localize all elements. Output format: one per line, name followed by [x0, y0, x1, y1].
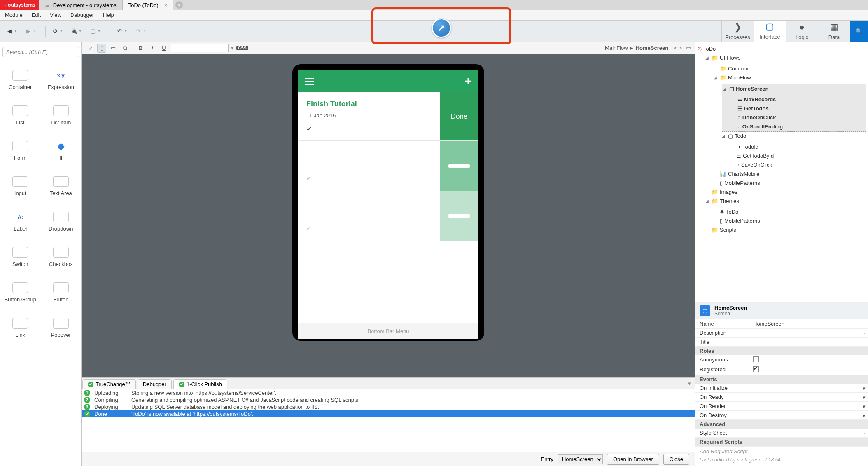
- debugger-tab[interactable]: Debugger: [138, 379, 172, 389]
- style-class-input[interactable]: [171, 44, 229, 52]
- redo-button[interactable]: ↷: [134, 27, 143, 36]
- breadcrumb-root[interactable]: MainFlow: [605, 45, 628, 51]
- tree-node[interactable]: 📁Common: [714, 64, 866, 73]
- plug-icon[interactable]: 🔌: [70, 27, 79, 36]
- tool-popover[interactable]: Popover: [41, 310, 82, 345]
- settings-icon[interactable]: ⚙: [51, 27, 60, 36]
- menu-debugger[interactable]: Debugger: [70, 12, 94, 18]
- tool-text-area[interactable]: Text Area: [41, 168, 82, 204]
- log-row[interactable]: 3DeployingUpdating SQL Server database m…: [82, 403, 695, 410]
- add-icon[interactable]: +: [464, 74, 472, 88]
- tool-form[interactable]: Form: [0, 133, 41, 168]
- tool-button[interactable]: Button: [41, 275, 82, 310]
- tool-list[interactable]: List: [0, 98, 41, 133]
- new-tab-button[interactable]: ▾: [173, 0, 185, 10]
- processes-tab[interactable]: ❯Processes: [721, 21, 754, 42]
- tree-node[interactable]: ▯MobilePatterns: [714, 217, 866, 226]
- prop-value[interactable]: [749, 355, 868, 365]
- align-center-button[interactable]: ≡: [267, 44, 276, 53]
- env-tab[interactable]: Development - outsystems: [39, 0, 123, 10]
- data-tab[interactable]: ▦Data: [818, 21, 850, 42]
- tree-node[interactable]: ▯MobilePatterns: [714, 179, 866, 188]
- logic-tab[interactable]: ●Logic: [786, 21, 818, 42]
- breadcrumb-leaf[interactable]: HomeScreen: [636, 45, 668, 51]
- prop-value[interactable]: ▾: [749, 411, 868, 420]
- log-row[interactable]: 1UploadingStoring a new version into 'ht…: [82, 389, 695, 396]
- menu-help[interactable]: Help: [103, 12, 114, 18]
- italic-button[interactable]: I: [148, 44, 157, 53]
- tree-node[interactable]: ◢📁MainFlow◢▢HomeScreen▭MaxRecords☰GetTod…: [714, 73, 866, 170]
- tool-switch[interactable]: Switch: [0, 239, 41, 275]
- tool-input[interactable]: Input: [0, 168, 41, 204]
- prop-value[interactable]: [749, 365, 868, 375]
- tree-node[interactable]: ◢📁Themes✺ToDo▯MobilePatterns: [705, 197, 866, 226]
- add-required-script[interactable]: Add Required Script: [695, 446, 868, 456]
- nav-back-button[interactable]: ◀: [5, 27, 14, 36]
- tree-node[interactable]: ✺ToDo: [714, 207, 866, 217]
- undo-button[interactable]: ↶: [115, 27, 124, 36]
- toolbox-search-input[interactable]: [2, 47, 79, 57]
- device-desktop-button[interactable]: ⧉: [120, 44, 129, 53]
- code-toggle-button[interactable]: < >: [674, 45, 682, 51]
- element-tree[interactable]: ◎ToDo◢📁UI Flows📁Common◢📁MainFlow◢▢HomeSc…: [695, 42, 868, 302]
- tool-button-group[interactable]: Button Group: [0, 275, 41, 310]
- tool-dropdown[interactable]: Dropdown: [41, 204, 82, 239]
- tree-node[interactable]: ☰GetTodoById: [730, 151, 866, 161]
- done-action[interactable]: Done: [440, 92, 478, 140]
- entry-select[interactable]: HomeScreen: [558, 454, 603, 464]
- one-click-publish-button[interactable]: [432, 18, 451, 38]
- tree-node[interactable]: ◢📁UI Flows📁Common◢📁MainFlow◢▢HomeScreen▭…: [705, 54, 866, 188]
- menu-module[interactable]: Module: [5, 12, 23, 18]
- bold-button[interactable]: B: [136, 44, 145, 53]
- tree-node[interactable]: 📁Images: [705, 188, 866, 197]
- prop-value[interactable]: …: [749, 329, 868, 338]
- tree-node[interactable]: ◢▢Todo➜TodoId☰GetTodoById○SaveOnClick: [722, 132, 866, 170]
- prop-value[interactable]: [749, 338, 868, 347]
- log-row[interactable]: 2CompilingGenerating and compiling optim…: [82, 396, 695, 403]
- device-tablet-button[interactable]: ▭: [109, 44, 118, 53]
- prop-value[interactable]: HomeScreen: [749, 319, 868, 329]
- close-button[interactable]: Close: [663, 454, 689, 465]
- device-phone-button[interactable]: ▯: [97, 44, 106, 53]
- menu-view[interactable]: View: [50, 12, 61, 18]
- tree-node[interactable]: ◢▢HomeScreen▭MaxRecords☰GetTodos○DoneOnC…: [722, 84, 866, 132]
- tree-node[interactable]: 📁Scripts: [705, 226, 866, 235]
- open-in-browser-button[interactable]: Open in Browser: [607, 454, 659, 465]
- tree-node[interactable]: ☰GetTodos: [731, 104, 865, 113]
- wand-icon[interactable]: ⤢: [86, 44, 95, 53]
- tool-label[interactable]: A:Label: [0, 204, 41, 239]
- underline-button[interactable]: U: [159, 44, 168, 53]
- menu-edit[interactable]: Edit: [32, 12, 41, 18]
- nav-forward-button[interactable]: ▶: [24, 27, 33, 36]
- tool-link[interactable]: Link: [0, 310, 41, 345]
- hamburger-icon[interactable]: [305, 78, 314, 85]
- log-row[interactable]: ✔Done'ToDo' is now available at 'https:/…: [82, 410, 695, 417]
- prop-value[interactable]: ▾: [749, 393, 868, 402]
- css-button[interactable]: CSS: [236, 46, 248, 50]
- tool-if[interactable]: ◆If: [41, 133, 82, 168]
- one-click-publish-tab[interactable]: ✔1-Click Publish: [173, 379, 227, 389]
- tool-container[interactable]: Container: [0, 62, 41, 98]
- prop-value[interactable]: …: [749, 429, 868, 438]
- panel-collapse-button[interactable]: ▾: [684, 380, 695, 387]
- tree-node[interactable]: ▭MaxRecords: [731, 95, 865, 104]
- widget-tree-toggle[interactable]: ▭: [686, 45, 691, 51]
- tool-list-item[interactable]: List Item: [41, 98, 82, 133]
- module-icon[interactable]: ⬚: [89, 27, 98, 36]
- align-right-button[interactable]: ≡: [278, 44, 287, 53]
- tree-node[interactable]: 📊ChartsMobile: [714, 170, 866, 179]
- global-search-button[interactable]: 🔍: [850, 21, 868, 42]
- tree-node[interactable]: ○DoneOnClick: [731, 113, 865, 122]
- tree-node[interactable]: ➜TodoId: [730, 142, 866, 151]
- module-tab[interactable]: ToDo (ToDo)×: [123, 0, 174, 10]
- interface-tab[interactable]: ▢Interface: [754, 21, 786, 42]
- prop-value[interactable]: ▾: [749, 402, 868, 411]
- align-left-button[interactable]: ≡: [255, 44, 264, 53]
- tab-close-icon[interactable]: ×: [164, 2, 168, 8]
- design-canvas[interactable]: + Finish Tutorial 11 Jan 2016 ✔ Done: [82, 54, 695, 377]
- tree-node[interactable]: ○SaveOnClick: [730, 161, 866, 170]
- tree-node[interactable]: ○OnScrollEnding: [731, 122, 865, 131]
- truechange-tab[interactable]: ✔TrueChange™: [82, 379, 136, 389]
- tool-checkbox[interactable]: Checkbox: [41, 239, 82, 275]
- tool-expression[interactable]: x,yExpression: [41, 62, 82, 98]
